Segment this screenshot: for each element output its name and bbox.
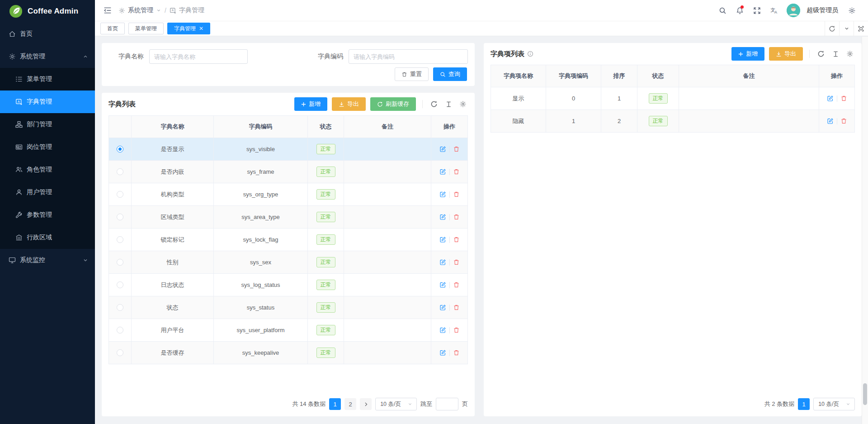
export-dict-item-button[interactable]: 导出 bbox=[769, 47, 803, 61]
column-settings-button[interactable] bbox=[458, 99, 468, 109]
edit-row-button[interactable] bbox=[827, 95, 834, 102]
table-row[interactable]: 用户平台 sys_user_platform 正常 bbox=[109, 319, 467, 341]
table-row[interactable]: 机构类型 sys_org_type 正常 bbox=[109, 183, 467, 205]
maximize-content-button[interactable] bbox=[854, 21, 868, 36]
sidebar-item-menu-mgmt[interactable]: 菜单管理 bbox=[0, 68, 95, 91]
reset-button[interactable]: 重置 bbox=[395, 67, 429, 81]
jump-to-page-input[interactable] bbox=[436, 398, 458, 410]
sidebar-item-role-mgmt[interactable]: 角色管理 bbox=[0, 158, 95, 181]
translate-button[interactable]: 文A bbox=[767, 3, 781, 18]
refresh-table-button[interactable] bbox=[429, 99, 439, 109]
row-radio[interactable] bbox=[117, 304, 123, 311]
dict-name-input[interactable] bbox=[149, 49, 248, 64]
table-row[interactable]: 隐藏 1 2 正常 bbox=[491, 110, 854, 132]
row-radio[interactable] bbox=[117, 191, 123, 198]
row-radio[interactable] bbox=[117, 259, 123, 266]
dict-table: 字典名称 字典编码 状态 备注 操作 是否显示 sys_visible 正常 是… bbox=[108, 115, 468, 364]
sidebar-item-post-mgmt[interactable]: 岗位管理 bbox=[0, 136, 95, 158]
sidebar-item-system[interactable]: 系统管理 bbox=[0, 45, 95, 68]
tab-home[interactable]: 首页 bbox=[100, 23, 125, 34]
add-dict-button[interactable]: 新增 bbox=[294, 97, 327, 111]
sidebar-item-home[interactable]: 首页 bbox=[0, 23, 95, 45]
export-dict-button[interactable]: 导出 bbox=[332, 97, 366, 111]
delete-row-button[interactable] bbox=[453, 259, 460, 266]
next-page-button[interactable] bbox=[360, 398, 372, 410]
table-row[interactable]: 是否内嵌 sys_frame 正常 bbox=[109, 160, 467, 183]
page-size-select[interactable]: 10 条/页 bbox=[375, 398, 417, 410]
edit-row-button[interactable] bbox=[439, 259, 446, 266]
row-radio[interactable] bbox=[117, 327, 123, 333]
table-row[interactable]: 是否缓存 sys_keepalive 正常 bbox=[109, 341, 467, 364]
edit-row-button[interactable] bbox=[827, 118, 834, 124]
collapse-sidebar-button[interactable] bbox=[101, 4, 114, 17]
current-user-name[interactable]: 超级管理员 bbox=[807, 6, 838, 14]
edit-row-button[interactable] bbox=[439, 281, 446, 288]
avatar[interactable] bbox=[787, 4, 800, 17]
row-radio[interactable] bbox=[117, 236, 123, 243]
page-button-1[interactable]: 1 bbox=[329, 398, 341, 410]
sidebar-item-region-mgmt[interactable]: 行政区域 bbox=[0, 226, 95, 249]
edit-row-button[interactable] bbox=[439, 304, 446, 311]
sidebar-item-monitor[interactable]: 系统监控 bbox=[0, 249, 95, 272]
delete-row-button[interactable] bbox=[453, 191, 460, 198]
row-radio[interactable] bbox=[117, 214, 123, 220]
fullscreen-button[interactable] bbox=[750, 3, 764, 18]
delete-row-button[interactable] bbox=[453, 214, 460, 220]
row-radio[interactable] bbox=[117, 349, 123, 356]
dict-item-title: 字典项列表 bbox=[491, 50, 533, 58]
delete-row-button[interactable] bbox=[453, 168, 460, 175]
delete-row-button[interactable] bbox=[840, 118, 847, 124]
add-dict-item-button[interactable]: 新增 bbox=[731, 47, 764, 61]
sidebar-item-dict-mgmt[interactable]: A 字典管理 bbox=[0, 91, 95, 113]
delete-row-button[interactable] bbox=[453, 236, 460, 243]
row-radio[interactable] bbox=[117, 281, 123, 288]
tab-options-dropdown[interactable] bbox=[839, 21, 854, 36]
page-size-select[interactable]: 10 条/页 bbox=[813, 398, 855, 410]
row-radio[interactable] bbox=[117, 168, 123, 175]
refresh-cache-button[interactable]: 刷新缓存 bbox=[370, 97, 416, 111]
table-row[interactable]: 是否显示 sys_visible 正常 bbox=[109, 138, 467, 160]
table-row[interactable]: 显示 0 1 正常 bbox=[491, 87, 854, 110]
delete-row-button[interactable] bbox=[840, 95, 847, 102]
refresh-table-button[interactable] bbox=[816, 49, 826, 59]
page-scrollbar[interactable] bbox=[862, 37, 868, 424]
delete-row-button[interactable] bbox=[453, 349, 460, 356]
dict-code-input[interactable] bbox=[349, 49, 468, 64]
sidebar-item-user-mgmt[interactable]: 用户管理 bbox=[0, 181, 95, 204]
status-badge: 正常 bbox=[316, 189, 335, 199]
delete-row-button[interactable] bbox=[453, 327, 460, 333]
refresh-page-button[interactable] bbox=[825, 21, 839, 36]
notifications-button[interactable] bbox=[732, 3, 747, 18]
sidebar-item-dept-mgmt[interactable]: 部门管理 bbox=[0, 113, 95, 136]
table-row[interactable]: 状态 sys_status 正常 bbox=[109, 296, 467, 319]
delete-row-button[interactable] bbox=[453, 304, 460, 311]
edit-row-button[interactable] bbox=[439, 236, 446, 243]
search-button[interactable] bbox=[715, 3, 730, 18]
row-density-button[interactable] bbox=[443, 99, 453, 109]
settings-button[interactable] bbox=[844, 3, 859, 18]
edit-row-button[interactable] bbox=[439, 327, 446, 333]
edit-row-button[interactable] bbox=[439, 146, 446, 152]
table-row[interactable]: 日志状态 sys_log_status 正常 bbox=[109, 273, 467, 296]
page-button-1[interactable]: 1 bbox=[798, 398, 810, 410]
table-row[interactable]: 性别 sys_sex 正常 bbox=[109, 251, 467, 273]
query-button[interactable]: 查询 bbox=[433, 67, 467, 81]
table-row[interactable]: 区域类型 sys_area_type 正常 bbox=[109, 205, 467, 228]
delete-row-button[interactable] bbox=[453, 281, 460, 288]
column-settings-button[interactable] bbox=[845, 49, 855, 59]
tab-dict-mgmt[interactable]: 字典管理 ✕ bbox=[167, 23, 210, 34]
tab-menu-mgmt[interactable]: 菜单管理 bbox=[128, 23, 164, 34]
edit-row-button[interactable] bbox=[439, 191, 446, 198]
page-button-2[interactable]: 2 bbox=[344, 398, 356, 410]
sidebar-item-param-mgmt[interactable]: 参数管理 bbox=[0, 204, 95, 226]
delete-row-button[interactable] bbox=[453, 146, 460, 152]
breadcrumb-level1[interactable]: 系统管理 bbox=[118, 6, 161, 14]
edit-row-button[interactable] bbox=[439, 349, 446, 356]
scrollbar-thumb[interactable] bbox=[863, 383, 867, 405]
table-row[interactable]: 锁定标记 sys_lock_flag 正常 bbox=[109, 228, 467, 251]
edit-row-button[interactable] bbox=[439, 214, 446, 220]
row-density-button[interactable] bbox=[830, 49, 840, 59]
edit-row-button[interactable] bbox=[439, 168, 446, 175]
row-radio[interactable] bbox=[117, 146, 123, 152]
close-tab-icon[interactable]: ✕ bbox=[199, 26, 203, 31]
